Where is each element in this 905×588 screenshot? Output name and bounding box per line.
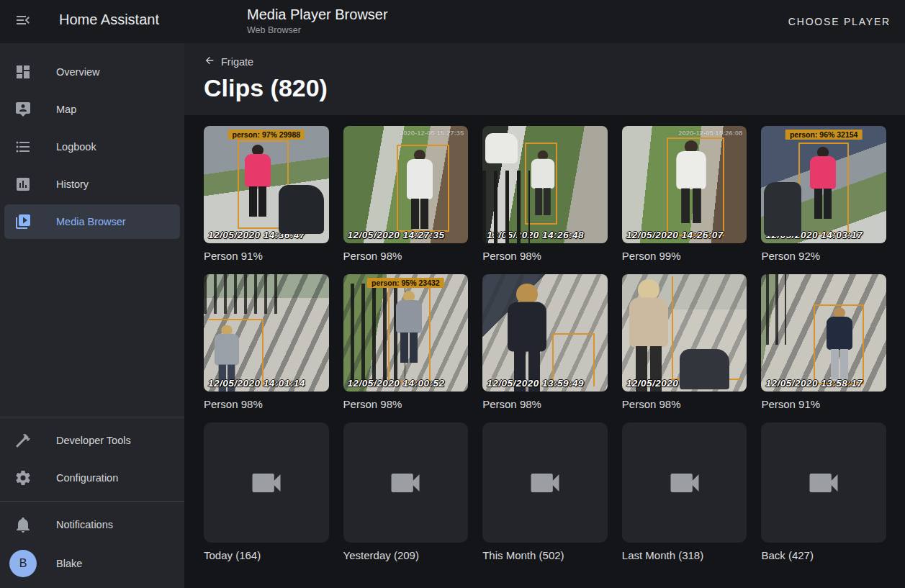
clip-thumbnail[interactable]: 12/05/2020 14:26:48 [482,126,608,243]
sidebar-item-label: Overview [56,66,99,78]
folder-card[interactable] [622,422,747,543]
bell-icon [14,516,32,533]
clip-timestamp: 12/05/2020 14:00:52 [348,378,445,389]
sidebar-item-label: Logbook [56,141,96,153]
folder-card[interactable] [482,422,608,543]
sidebar: Overview Map Logbook History Media Brows… [0,43,184,588]
person-figure [407,150,433,229]
detection-tag: person: 96% 32154 [785,130,863,140]
detection-box [672,276,742,379]
folder-item-last-month[interactable]: Last Month (318) [622,422,747,561]
clip-thumbnail[interactable]: person: 97% 29988 12/05/2020 14:36:47 [204,126,329,243]
breadcrumb-back-frigate[interactable]: Frigate [204,55,253,68]
page-header-title: Media Player Browser [247,6,388,23]
clip-thumbnail[interactable]: 12/05/2020 13:58:30 [622,274,747,392]
sidebar-item-label: Media Browser [56,216,126,227]
sidebar-item-notifications[interactable]: Notifications [4,507,180,542]
clip-caption: Person 99% [622,250,747,262]
clip-caption: Person 91% [204,250,329,262]
sidebar-item-label: History [56,178,89,190]
chart-icon [14,176,32,193]
person-figure [245,145,271,217]
folder-card[interactable] [343,422,469,543]
clip-thumbnail[interactable]: 2020-12-05 15:26:08 12/05/2020 14:26:07 [622,126,747,243]
person-figure [531,150,554,215]
clip-item[interactable]: 12/05/2020 13:59:49 Person 98% [482,274,608,410]
clip-caption: Person 98% [482,398,608,410]
video-camera-icon [248,464,285,502]
clip-timestamp: 12/05/2020 13:59:49 [487,378,584,389]
sidebar-item-label: Developer Tools [56,435,131,446]
folder-label: Yesterday (209) [343,549,469,561]
person-figure [827,307,852,379]
sidebar-item-developer-tools[interactable]: Developer Tools [4,423,180,458]
person-figure [810,147,836,219]
sidebar-user-profile[interactable]: B Blake [4,543,180,584]
top-app-bar: Home Assistant Media Player Browser Web … [0,0,905,43]
sidebar-item-label: Configuration [56,472,118,484]
clip-timestamp: 12/05/2020 13:58:30 [626,378,724,389]
person-figure [676,140,706,223]
video-camera-icon [387,464,424,502]
camera-osd-timestamp: 2020-12-05 15:26:08 [678,129,742,137]
clip-thumbnail[interactable]: person: 95% 23432 12/05/2020 14:00:52 [343,274,469,392]
person-figure [508,284,546,392]
folder-item-yesterday[interactable]: Yesterday (209) [343,422,469,561]
clip-item[interactable]: person: 95% 23432 12/05/2020 14:00:52 Pe… [343,274,469,410]
folder-label: Last Month (318) [622,549,747,561]
choose-player-button[interactable]: CHOOSE PLAYER [783,0,896,43]
folder-label: Back (427) [761,549,886,561]
clip-item[interactable]: person: 97% 29988 12/05/2020 14:36:47 Pe… [204,126,329,262]
clip-timestamp: 12/05/2020 14:27:35 [348,230,445,240]
sidebar-item-media-browser[interactable]: Media Browser [4,204,180,239]
clip-thumbnail[interactable]: 12/05/2020 13:59:49 [482,274,608,392]
camera-osd-timestamp: 2020-12-05 15:27:35 [400,129,464,137]
avatar: B [9,550,37,577]
folder-item-today[interactable]: Today (164) [204,422,329,561]
folder-card[interactable] [204,422,329,543]
clip-timestamp: 12/05/2020 14:01:14 [208,378,305,389]
clip-thumbnail[interactable]: 2020-12-05 15:27:35 12/05/2020 14:27:35 [343,126,469,243]
sidebar-toggle-button[interactable] [10,9,36,35]
detection-tag: person: 95% 23432 [367,278,444,288]
clip-item[interactable]: 2020-12-05 15:27:35 12/05/2020 14:27:35 … [343,126,469,262]
clip-item[interactable]: person: 96% 32154 12/05/2020 14:03:17 Pe… [761,126,886,262]
clip-thumbnail[interactable]: 12/05/2020 14:01:14 [204,274,329,392]
clip-caption: Person 98% [622,398,747,410]
media-library-icon [14,213,32,230]
person-figure [629,279,668,392]
content-header: Frigate Clips (820) [184,43,905,115]
video-camera-icon [666,464,703,502]
folder-item-this-month[interactable]: This Month (502) [482,422,608,561]
clip-thumbnail[interactable]: person: 96% 32154 12/05/2020 14:03:17 [761,126,886,243]
clip-item[interactable]: 12/05/2020 14:26:48 Person 98% [482,126,608,262]
clip-thumbnail[interactable]: 12/05/2020 13:58:17 [761,274,886,392]
list-icon [14,138,32,155]
media-player-header: Media Player Browser Web Browser [247,6,388,35]
video-camera-icon [526,464,564,502]
sidebar-item-label: Map [56,104,76,115]
media-browser-content: Frigate Clips (820) person: 97% 29988 12… [184,43,905,588]
sidebar-item-configuration[interactable]: Configuration [4,461,180,495]
sidebar-item-overview[interactable]: Overview [4,55,180,89]
clip-caption: Person 92% [761,250,886,262]
sidebar-item-logbook[interactable]: Logbook [4,130,180,164]
app-title: Home Assistant [59,12,159,28]
clip-caption: Person 98% [343,250,469,262]
folder-card[interactable] [761,422,886,543]
clip-item[interactable]: 12/05/2020 13:58:30 Person 98% [622,274,747,410]
sidebar-item-history[interactable]: History [4,167,180,202]
clip-timestamp: 12/05/2020 14:36:47 [208,230,305,240]
video-camera-icon [805,464,842,502]
clip-caption: Person 91% [761,398,886,410]
folder-item-back[interactable]: Back (427) [761,422,886,561]
clip-caption: Person 98% [482,250,608,262]
clip-item[interactable]: 12/05/2020 13:58:17 Person 91% [761,274,886,410]
menu-open-icon [14,12,32,32]
sidebar-divider [0,501,184,502]
clip-caption: Person 98% [343,398,469,410]
sidebar-item-map[interactable]: Map [4,92,180,127]
clip-item[interactable]: 2020-12-05 15:26:08 12/05/2020 14:26:07 … [622,126,747,262]
clip-timestamp: 12/05/2020 14:26:07 [626,230,724,240]
clip-item[interactable]: 12/05/2020 14:01:14 Person 98% [204,274,329,410]
